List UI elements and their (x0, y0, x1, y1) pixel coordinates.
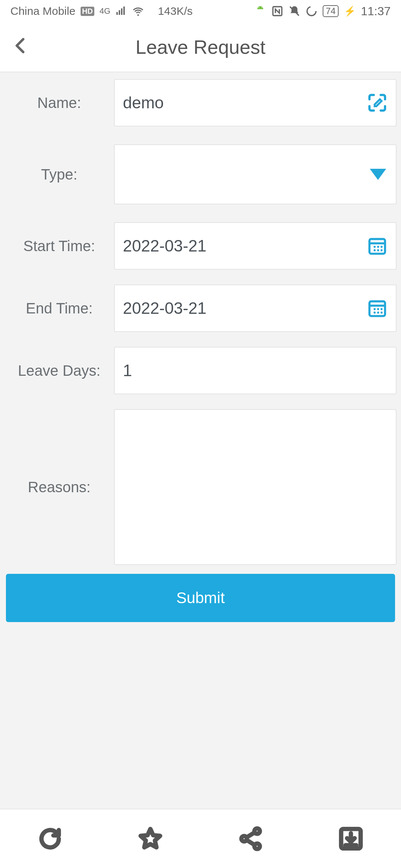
svg-point-12 (381, 249, 383, 251)
leave-days-label: Leave Days: (4, 347, 114, 394)
mute-icon (288, 5, 300, 17)
reasons-field[interactable] (114, 409, 397, 565)
download-button[interactable] (301, 809, 401, 868)
download-icon (338, 826, 364, 852)
dropdown-icon (370, 169, 386, 180)
end-time-field[interactable]: 2022-03-21 (114, 285, 397, 332)
share-icon (238, 826, 264, 852)
svg-point-17 (381, 308, 383, 310)
favorite-button[interactable] (100, 809, 200, 868)
end-time-label: End Time: (4, 285, 114, 332)
nfc-icon (271, 5, 283, 17)
clock-label: 11:37 (361, 4, 391, 18)
row-end-time: End Time: 2022-03-21 (4, 285, 397, 332)
start-time-value: 2022-03-21 (123, 237, 367, 255)
carrier-label: China Mobile (10, 5, 75, 17)
svg-point-11 (377, 249, 379, 251)
calendar-icon (367, 236, 388, 256)
leave-request-form: Name: demo Type: Start Time: 2022-03-21 (0, 72, 401, 622)
back-button[interactable] (11, 36, 33, 58)
hd-icon: HD (81, 7, 94, 16)
svg-point-4 (307, 7, 316, 16)
signal-icon (115, 6, 127, 17)
type-label: Type: (4, 144, 114, 204)
signal-4g-icon: 4G (100, 6, 110, 16)
share-button[interactable] (200, 809, 301, 868)
android-icon (254, 5, 266, 17)
type-field[interactable] (114, 144, 397, 204)
row-start-time: Start Time: 2022-03-21 (4, 222, 397, 270)
status-bar: China Mobile HD 4G 143K/s 74 ⚡ 11:37 (0, 0, 401, 22)
reasons-label: Reasons: (4, 409, 114, 565)
start-time-field[interactable]: 2022-03-21 (114, 222, 397, 270)
netspeed-label: 143K/s (158, 5, 192, 17)
svg-point-0 (258, 7, 259, 8)
name-label: Name: (4, 79, 114, 126)
end-time-value: 2022-03-21 (123, 299, 367, 318)
calendar-icon (367, 298, 388, 319)
scan-edit-icon[interactable] (367, 92, 388, 113)
svg-point-7 (374, 246, 376, 248)
svg-point-10 (374, 249, 376, 251)
svg-point-9 (381, 246, 383, 248)
refresh-button[interactable] (0, 809, 100, 868)
row-reasons: Reasons: (4, 409, 397, 565)
refresh-icon (37, 826, 63, 852)
submit-button[interactable]: Submit (6, 574, 395, 622)
charging-icon: ⚡ (344, 6, 356, 17)
page-title: Leave Request (33, 36, 390, 58)
wifi-icon (132, 5, 144, 17)
data-saver-icon (306, 5, 317, 17)
star-icon (137, 826, 163, 852)
name-field[interactable]: demo (114, 79, 397, 126)
svg-point-15 (374, 308, 376, 310)
svg-point-1 (261, 7, 262, 8)
row-leave-days: Leave Days: 1 (4, 347, 397, 394)
svg-point-20 (381, 312, 383, 314)
leave-days-value: 1 (123, 361, 388, 380)
bottom-toolbar (0, 809, 401, 868)
battery-icon: 74 (323, 5, 339, 17)
svg-point-18 (374, 312, 376, 314)
leave-days-field[interactable]: 1 (114, 347, 397, 394)
svg-point-16 (377, 308, 379, 310)
name-value: demo (123, 93, 367, 112)
title-bar: Leave Request (0, 22, 401, 72)
svg-point-8 (377, 246, 379, 248)
start-time-label: Start Time: (4, 222, 114, 270)
row-name: Name: demo (4, 79, 397, 126)
row-type: Type: (4, 144, 397, 204)
svg-point-19 (377, 312, 379, 314)
